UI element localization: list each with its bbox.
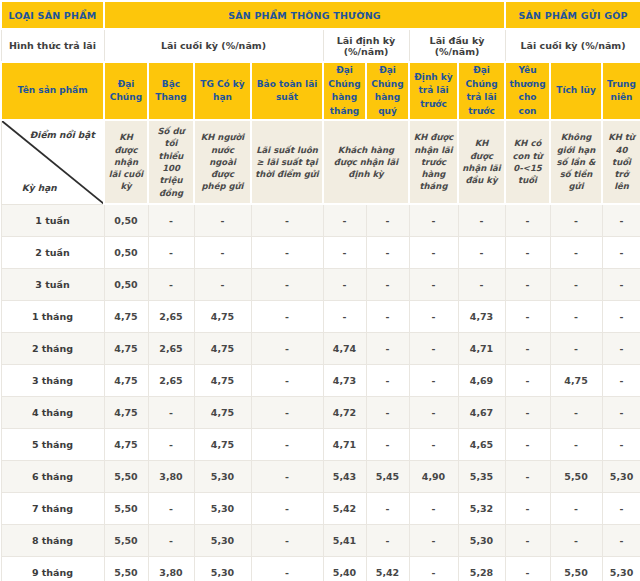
- rate-cell: -: [409, 301, 458, 333]
- rate-cell: -: [251, 557, 323, 581]
- rate-cell: -: [505, 397, 550, 429]
- rate-cell: -: [409, 333, 458, 365]
- rate-cell: -: [409, 493, 458, 525]
- rate-cell: -: [505, 557, 550, 581]
- rate-cell: -: [366, 269, 409, 301]
- rate-cell: -: [251, 301, 323, 333]
- term-cell: 1 tháng: [1, 301, 104, 333]
- product-name-cell: Trung niên: [602, 62, 640, 120]
- rate-cell: 5,30: [194, 493, 251, 525]
- rate-cell: 5,50: [104, 493, 148, 525]
- rate-cell: -: [148, 204, 194, 237]
- rate-cell: 4,75: [194, 397, 251, 429]
- rate-cell: -: [251, 269, 323, 301]
- product-name-cell: Đại Chúng hàng quý: [366, 62, 409, 120]
- rate-cell: -: [409, 237, 458, 269]
- rate-cell: 4,75: [194, 365, 251, 397]
- interest-rate-table: LOẠI SẢN PHẨMSẢN PHẨM THÔNG THƯỜNGSẢN PH…: [0, 0, 640, 581]
- rate-cell: 5,30: [194, 525, 251, 557]
- term-cell: 6 tháng: [1, 461, 104, 493]
- rate-cell: -: [505, 461, 550, 493]
- rate-cell: 4,67: [458, 397, 505, 429]
- highlight-cell: Không giới hạn số lần & số tiền gửi: [550, 120, 602, 204]
- highlight-cell: Lãi suất luôn ≥ lãi suất tại thời điểm g…: [251, 120, 323, 204]
- rate-cell: 0,50: [104, 204, 148, 237]
- rate-cell: -: [323, 301, 366, 333]
- corner-term-label: Kỳ hạn: [2, 182, 78, 195]
- product-name-cell: TG Có kỳ hạn: [194, 62, 251, 120]
- rate-cell: -: [505, 237, 550, 269]
- product-name-row: Tên sản phẩmĐại ChúngBậc ThangTG Có kỳ h…: [1, 62, 640, 120]
- rate-cell: -: [409, 525, 458, 557]
- rate-cell: 5,40: [323, 557, 366, 581]
- rate-cell: -: [148, 397, 194, 429]
- rate-cell: 5,32: [458, 493, 505, 525]
- table-row: 8 tháng5,50-5,30-5,41--5,30---: [1, 525, 640, 557]
- rate-cell: 5,50: [550, 461, 602, 493]
- rate-cell: -: [251, 429, 323, 461]
- highlight-cell: KH người nước ngoài được phép gửi: [194, 120, 251, 204]
- rate-cell: -: [251, 397, 323, 429]
- highlight-cell: Số dư tối thiểu 100 triệu đồng: [148, 120, 194, 204]
- rate-cell: -: [409, 557, 458, 581]
- rate-cell: -: [323, 204, 366, 237]
- rate-cell: -: [550, 237, 602, 269]
- rate-cell: -: [366, 525, 409, 557]
- payment-type-cell: Lãi định kỳ (%/năm): [323, 29, 409, 62]
- rate-cell: -: [148, 269, 194, 301]
- rate-cell: -: [251, 461, 323, 493]
- rate-cell: -: [366, 429, 409, 461]
- rate-cell: -: [550, 301, 602, 333]
- rate-cell: -: [366, 237, 409, 269]
- rate-cell: 2,65: [148, 333, 194, 365]
- product-name-cell: Định kỳ trả lãi trước: [409, 62, 458, 120]
- rate-cell: 4,75: [104, 301, 148, 333]
- rate-cell: 4,75: [194, 301, 251, 333]
- rate-cell: 4,65: [458, 429, 505, 461]
- table-row: 9 tháng5,503,805,30-5,405,42-5,28-5,505,…: [1, 557, 640, 581]
- payment-type-row: Hình thức trả lãiLãi cuối kỳ (%/năm)Lãi …: [1, 29, 640, 62]
- rate-cell: -: [366, 204, 409, 237]
- rate-cell: -: [148, 429, 194, 461]
- rate-cell: -: [550, 525, 602, 557]
- table-row: 7 tháng5,50-5,30-5,42--5,32---: [1, 493, 640, 525]
- rate-cell: -: [366, 333, 409, 365]
- rate-cell: 5,42: [366, 557, 409, 581]
- rate-cell: -: [602, 333, 640, 365]
- term-cell: 3 tháng: [1, 365, 104, 397]
- rate-cell: 4,75: [194, 429, 251, 461]
- rate-cell: 5,41: [323, 525, 366, 557]
- product-name-cell: Bảo toàn lãi suất: [251, 62, 323, 120]
- rate-cell: -: [148, 525, 194, 557]
- highlight-cell: KH được nhận lãi đầu kỳ: [458, 120, 505, 204]
- rate-cell: 0,50: [104, 269, 148, 301]
- product-name-cell: Bậc Thang: [148, 62, 194, 120]
- rate-cell: 4,73: [323, 365, 366, 397]
- table-row: 6 tháng5,503,805,30-5,435,454,905,35-5,5…: [1, 461, 640, 493]
- rate-cell: 5,35: [458, 461, 505, 493]
- rate-cell: 4,75: [194, 333, 251, 365]
- highlight-cell: KH từ 40 tuổi trở lên: [602, 120, 640, 204]
- payment-type-cell: Lãi cuối kỳ (%/năm): [104, 29, 323, 62]
- rate-cell: 5,50: [104, 557, 148, 581]
- term-cell: 4 tháng: [1, 397, 104, 429]
- rate-cell: -: [251, 333, 323, 365]
- product-name-cell: Đại Chúng hàng tháng: [323, 62, 366, 120]
- rate-cell: 5,42: [323, 493, 366, 525]
- rate-cell: -: [409, 204, 458, 237]
- rate-cell: 4,75: [104, 429, 148, 461]
- rate-cell: 5,30: [194, 461, 251, 493]
- rate-cell: -: [366, 301, 409, 333]
- top-header-cell: LOẠI SẢN PHẨM: [1, 1, 104, 29]
- highlight-row: Điểm nổi bậtKỳ hạnKH được nhận lãi cuối …: [1, 120, 640, 204]
- rate-cell: 5,28: [458, 557, 505, 581]
- rate-cell: -: [323, 269, 366, 301]
- rate-cell: -: [409, 429, 458, 461]
- term-cell: 2 tháng: [1, 333, 104, 365]
- rate-cell: -: [550, 493, 602, 525]
- rate-cell: 5,30: [602, 461, 640, 493]
- rate-cell: -: [505, 269, 550, 301]
- highlight-cell: KH được nhận lãi cuối kỳ: [104, 120, 148, 204]
- rate-cell: 4,73: [458, 301, 505, 333]
- rate-cell: 5,50: [104, 461, 148, 493]
